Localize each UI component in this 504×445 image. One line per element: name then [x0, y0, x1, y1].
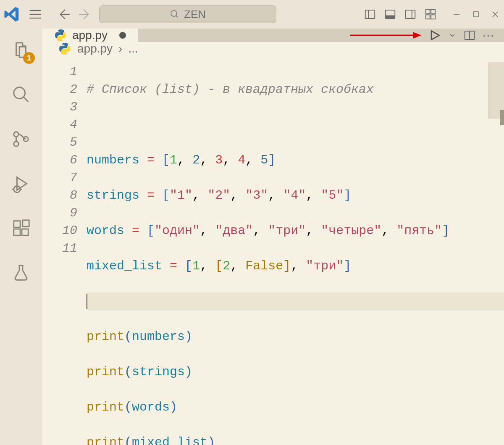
- tab-app-py[interactable]: app.py: [42, 29, 138, 42]
- code-token: numbers: [87, 153, 139, 167]
- back-arrow-icon[interactable]: [58, 7, 72, 21]
- window-maximize-icon[interactable]: [472, 11, 480, 18]
- svg-marker-37: [431, 31, 439, 39]
- svg-point-5: [171, 11, 177, 16]
- svg-rect-32: [14, 229, 20, 235]
- body-area: 1 app.py: [0, 29, 504, 445]
- line-number: 5: [42, 134, 77, 151]
- more-actions-icon[interactable]: ···: [483, 29, 495, 42]
- svg-rect-31: [14, 221, 20, 227]
- line-number: 4: [42, 116, 77, 134]
- dirty-indicator-icon: [119, 32, 126, 39]
- line-number: 9: [42, 204, 77, 222]
- minimap-scroll-indicator[interactable]: [500, 110, 504, 125]
- title-bar: ZEN: [0, 0, 504, 29]
- title-bar-right: [364, 8, 501, 21]
- editor-tabs: app.py ···: [42, 29, 504, 42]
- line-number: 10: [42, 222, 77, 240]
- line-number: 11: [42, 240, 77, 257]
- line-number: 7: [42, 169, 77, 187]
- line-number: 3: [42, 98, 77, 116]
- window-close-icon[interactable]: [491, 11, 499, 18]
- svg-rect-16: [431, 15, 435, 19]
- svg-rect-14: [431, 10, 435, 14]
- run-dropdown-icon[interactable]: [448, 31, 457, 39]
- svg-marker-26: [17, 177, 26, 190]
- code-token: strings: [87, 188, 139, 203]
- breadcrumb-file: app.py: [77, 42, 113, 55]
- customize-layout-icon[interactable]: [424, 8, 437, 21]
- line-number: 1: [42, 63, 77, 81]
- line-number: 8: [42, 187, 77, 204]
- main-column: app.py ··· app.py: [42, 29, 504, 445]
- run-file-icon[interactable]: [428, 29, 441, 42]
- code-token: mixed_list: [87, 259, 162, 273]
- svg-point-21: [14, 87, 25, 99]
- svg-rect-13: [426, 10, 430, 14]
- extensions-icon[interactable]: [11, 219, 31, 240]
- tab-filename: app.py: [72, 29, 108, 42]
- layout-sidebar-right-icon[interactable]: [404, 8, 417, 21]
- window-controls: [453, 11, 499, 18]
- svg-marker-36: [413, 32, 421, 39]
- split-editor-icon[interactable]: [463, 29, 476, 42]
- svg-rect-15: [426, 15, 430, 19]
- command-center-search[interactable]: ZEN: [99, 5, 276, 23]
- activity-bar: 1: [0, 29, 42, 445]
- forward-arrow-icon[interactable]: [76, 7, 91, 21]
- annotation-arrow-icon: [350, 30, 421, 40]
- layout-sidebar-left-icon[interactable]: [364, 8, 376, 21]
- editor-actions: ···: [350, 29, 504, 42]
- line-number: 2: [42, 81, 77, 98]
- explorer-icon[interactable]: 1: [11, 40, 31, 61]
- svg-rect-34: [23, 220, 29, 226]
- python-breadcrumb-icon: [58, 42, 71, 55]
- svg-point-23: [14, 132, 19, 137]
- svg-rect-18: [473, 12, 478, 17]
- hamburger-menu-icon[interactable]: [24, 4, 47, 24]
- code-content: # Список (list) - в квадратных скобках n…: [87, 55, 504, 445]
- breadcrumb[interactable]: app.py › ...: [42, 42, 504, 55]
- svg-line-22: [24, 97, 29, 102]
- explorer-badge: 1: [23, 52, 35, 64]
- python-file-icon: [54, 29, 67, 42]
- svg-line-6: [176, 16, 178, 18]
- svg-rect-33: [22, 229, 28, 235]
- code-editor[interactable]: 1 2 3 4 5 6 7 8 9 10 11 # Список (list) …: [42, 55, 504, 445]
- breadcrumb-rest: ...: [128, 42, 138, 55]
- line-number: 6: [42, 151, 77, 169]
- window-minimize-icon[interactable]: [453, 11, 460, 18]
- search-icon: [170, 9, 180, 19]
- search-activity-icon[interactable]: [11, 85, 31, 106]
- code-token: words: [87, 224, 124, 238]
- testing-icon[interactable]: [11, 263, 31, 284]
- vscode-logo-icon: [3, 6, 20, 23]
- source-control-icon[interactable]: [11, 129, 31, 150]
- line-number-gutter: 1 2 3 4 5 6 7 8 9 10 11: [42, 55, 87, 445]
- breadcrumb-separator-icon: ›: [118, 42, 122, 55]
- svg-rect-7: [365, 10, 375, 18]
- svg-point-24: [14, 142, 19, 147]
- svg-rect-11: [406, 10, 415, 18]
- layout-panel-bottom-icon[interactable]: [384, 8, 396, 21]
- run-debug-icon[interactable]: [11, 174, 31, 195]
- code-comment: # Список (list) - в квадратных скобках: [87, 82, 374, 97]
- text-cursor: [87, 294, 87, 309]
- nav-arrows: [58, 7, 91, 21]
- svg-rect-10: [386, 16, 395, 19]
- search-text: ZEN: [184, 8, 206, 21]
